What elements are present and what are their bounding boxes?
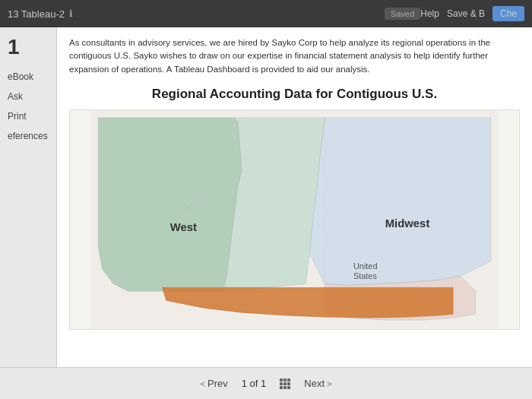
- info-icon: ℹ: [69, 8, 73, 19]
- svg-text:Midwest: Midwest: [385, 217, 430, 230]
- map-svg: West Midwest United States: [70, 110, 519, 329]
- sidebar-item-print[interactable]: Print: [0, 106, 56, 126]
- sidebar-item-ask[interactable]: Ask: [0, 87, 56, 106]
- next-chevron: >: [327, 379, 331, 388]
- main-layout: 1 eBook Ask Print eferences As consultan…: [0, 27, 532, 367]
- title-text: 13 Tableau-2: [8, 8, 65, 20]
- svg-text:United: United: [353, 261, 378, 270]
- svg-text:States: States: [353, 271, 377, 280]
- top-actions: Help Save & B Che: [420, 6, 524, 21]
- map-container: West Midwest United States: [69, 109, 520, 330]
- prev-button[interactable]: < Prev: [201, 378, 228, 389]
- sidebar-item-references[interactable]: eferences: [0, 126, 56, 146]
- prev-label: Prev: [207, 378, 228, 389]
- saved-badge: Saved: [385, 8, 420, 20]
- next-label: Next: [304, 378, 325, 389]
- help-link[interactable]: Help: [420, 8, 439, 19]
- app-title: 13 Tableau-2 ℹ: [8, 8, 385, 20]
- left-sidebar: 1 eBook Ask Print eferences: [0, 27, 57, 367]
- svg-text:West: West: [170, 221, 197, 233]
- content-area: As consultants in advisory services, we …: [57, 27, 532, 367]
- intro-text: As consultants in advisory services, we …: [69, 36, 520, 76]
- question-number: 1: [0, 35, 56, 67]
- chart-title: Regional Accounting Data for Contiguous …: [69, 87, 520, 102]
- grid-icon[interactable]: [280, 378, 290, 389]
- top-bar: 13 Tableau-2 ℹ Saved Help Save & B Che: [0, 0, 532, 27]
- next-button[interactable]: Next >: [304, 378, 331, 389]
- page-info: 1 of 1: [242, 378, 267, 389]
- check-button[interactable]: Che: [492, 6, 524, 21]
- prev-chevron: <: [201, 379, 205, 388]
- bottom-nav: < Prev 1 of 1 Next >: [0, 367, 532, 399]
- save-link[interactable]: Save & B: [447, 8, 485, 19]
- sidebar-item-ebook[interactable]: eBook: [0, 67, 56, 87]
